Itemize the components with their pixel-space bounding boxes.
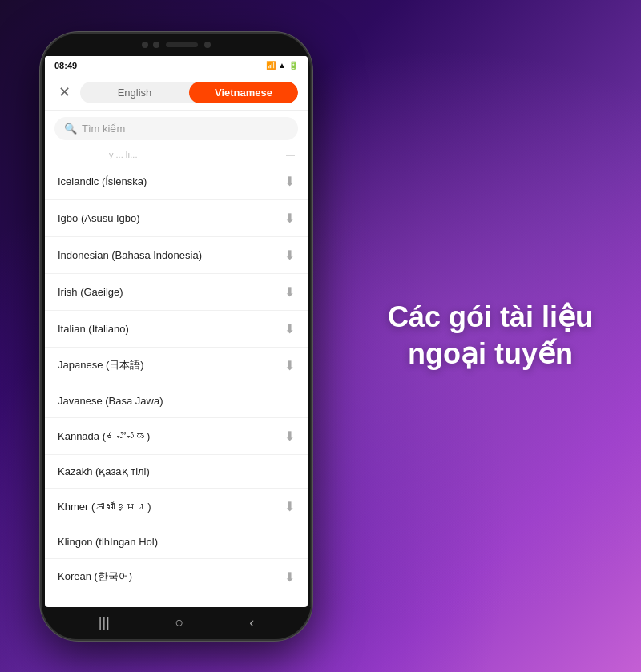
list-item[interactable]: Icelandic (Íslenska)⬇ <box>45 163 308 200</box>
phone-sensor <box>166 42 198 47</box>
camera-dot2 <box>153 42 159 48</box>
download-icon[interactable]: ⬇ <box>284 247 295 263</box>
list-item[interactable]: Klingon (tlhIngan Hol) <box>45 525 308 559</box>
camera-dot <box>142 42 148 48</box>
language-name: Kannada (ಕನ್ನಡ) <box>58 430 150 442</box>
list-item[interactable]: Irish (Gaeilge)⬇ <box>45 274 308 311</box>
app-header: ✕ English Vietnamese <box>45 75 308 111</box>
language-name: Italian (Italiano) <box>58 323 129 335</box>
separator-row: y ... lı... — <box>45 147 308 163</box>
download-icon[interactable]: ⬇ <box>284 429 295 444</box>
language-toggle: English Vietnamese <box>80 82 298 103</box>
list-item[interactable]: Korean (한국어)⬇ <box>45 559 308 595</box>
language-name: Japanese (日本語) <box>58 358 144 372</box>
phone-body: 08:49 📶 ▲ 🔋 ✕ English Vietnamese <box>40 32 312 641</box>
list-item[interactable]: Japanese (日本語)⬇ <box>45 348 308 384</box>
language-name: Igbo (Asusu Igbo) <box>58 212 140 224</box>
download-icon[interactable]: ⬇ <box>284 284 295 300</box>
list-item[interactable]: Kazakh (қазақ тілі) <box>45 455 308 489</box>
download-icon[interactable]: ⬇ <box>284 358 295 373</box>
separator-left: y ... lı... <box>109 150 137 159</box>
download-icon[interactable]: ⬇ <box>284 174 295 189</box>
status-bar: 08:49 📶 ▲ 🔋 <box>45 56 308 75</box>
list-item[interactable]: Kannada (ಕನ್ನಡ)⬇ <box>45 418 308 455</box>
camera-dot3 <box>204 42 211 48</box>
status-icons: 📶 ▲ 🔋 <box>266 61 298 70</box>
close-button[interactable]: ✕ <box>54 82 74 102</box>
search-icon: 🔍 <box>64 123 77 135</box>
time-display: 08:49 <box>54 61 77 70</box>
language-name: Indonesian (Bahasa Indonesia) <box>58 249 202 261</box>
download-icon[interactable]: ⬇ <box>284 321 295 336</box>
signal-icon: ▲ <box>278 61 286 70</box>
language-name: Irish (Gaeilge) <box>58 286 123 298</box>
phone-wrapper: 08:49 📶 ▲ 🔋 ✕ English Vietnamese <box>32 24 320 649</box>
english-tab[interactable]: English <box>80 82 189 103</box>
phone-screen: 08:49 📶 ▲ 🔋 ✕ English Vietnamese <box>45 56 308 607</box>
language-list: Icelandic (Íslenska)⬇Igbo (Asusu Igbo)⬇I… <box>45 163 308 607</box>
search-placeholder: Tìm kiếm <box>82 123 125 135</box>
bottom-nav: ||| ○ ‹ <box>42 607 311 639</box>
list-item[interactable]: Indonesian (Bahasa Indonesia)⬇ <box>45 237 308 274</box>
language-name: Javanese (Basa Jawa) <box>58 395 163 407</box>
language-name: Icelandic (Íslenska) <box>58 175 147 187</box>
list-item[interactable]: Javanese (Basa Jawa) <box>45 384 308 418</box>
download-icon[interactable]: ⬇ <box>284 569 295 585</box>
download-icon[interactable]: ⬇ <box>284 499 295 514</box>
language-name: Kazakh (қазақ тілі) <box>58 465 150 477</box>
language-name: Korean (한국어) <box>58 569 132 584</box>
screen-content: 08:49 📶 ▲ 🔋 ✕ English Vietnamese <box>45 56 308 607</box>
promo-text: Các gói tài liệu ngoại tuyến <box>388 299 593 374</box>
download-icon[interactable]: ⬇ <box>284 211 295 226</box>
search-bar[interactable]: 🔍 Tìm kiếm <box>54 117 298 140</box>
battery-icon: 🔋 <box>288 61 298 70</box>
language-name: Khmer (ភាសាខ្មែរ) <box>58 501 151 513</box>
language-name: Klingon (tlhIngan Hol) <box>58 536 158 548</box>
separator-dash: — <box>286 150 295 159</box>
phone-top-bar <box>42 34 311 56</box>
home-nav-icon[interactable]: ○ <box>175 614 184 631</box>
list-item[interactable]: Igbo (Asusu Igbo)⬇ <box>45 200 308 237</box>
list-item[interactable]: Italian (Italiano)⬇ <box>45 311 308 348</box>
vietnamese-tab[interactable]: Vietnamese <box>189 82 298 103</box>
list-item[interactable]: Khmer (ភាសាខ្មែរ)⬇ <box>45 489 308 525</box>
menu-nav-icon[interactable]: ||| <box>99 614 110 631</box>
back-nav-icon[interactable]: ‹ <box>249 614 254 631</box>
wifi-icon: 📶 <box>266 61 276 70</box>
